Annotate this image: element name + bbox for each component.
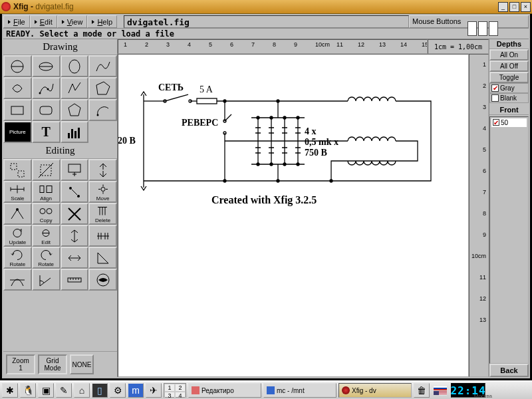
depths-toggle[interactable]: Toggle xyxy=(489,72,529,83)
tool-polygon[interactable] xyxy=(88,77,117,99)
tool-arc[interactable] xyxy=(88,99,117,121)
editing-heading: Editing xyxy=(3,143,117,159)
layer-item[interactable]: ✔50 xyxy=(491,118,527,127)
start-button[interactable]: ✱ xyxy=(2,383,18,398)
tool-angle[interactable] xyxy=(32,269,61,291)
tool-oval[interactable] xyxy=(61,55,89,77)
depths-layer-list[interactable]: ✔50 xyxy=(489,116,529,364)
trash-icon[interactable]: 🗑 xyxy=(414,383,430,398)
taskbar-mc-icon[interactable]: m xyxy=(128,383,144,398)
taskbar-home-icon[interactable]: ⌂ xyxy=(74,383,90,398)
tool-spline[interactable] xyxy=(88,55,117,77)
zoom-display[interactable]: Zoom 1 xyxy=(6,354,35,374)
svg-marker-9 xyxy=(68,104,80,116)
tool-regular-poly[interactable] xyxy=(61,99,89,121)
app-icon xyxy=(342,386,350,394)
grid-mode[interactable]: Grid Mode xyxy=(38,354,67,374)
task-editor[interactable]: Редактиро xyxy=(188,383,261,398)
depths-back[interactable]: Back xyxy=(489,364,529,377)
taskbar-gear-icon[interactable]: ⚙ xyxy=(110,383,126,398)
depths-all-on[interactable]: All On xyxy=(489,49,529,61)
maximize-button[interactable]: □ xyxy=(509,2,519,12)
label-cap2: 0,5 mk x xyxy=(305,137,338,148)
drawing-canvas[interactable]: СЕТЬ 5 A РЕВЕРС 220 В 4 x 0,5 mk x 750 B… xyxy=(118,54,469,377)
label-fuse: 5 A xyxy=(200,84,213,95)
tool-interp-spline[interactable] xyxy=(32,77,61,99)
tool-text[interactable]: T xyxy=(32,121,61,143)
taskbar-console-icon[interactable]: ▯ xyxy=(92,383,108,398)
desktop-switcher[interactable]: 1 2 3 4 xyxy=(164,383,186,398)
app-icon xyxy=(192,386,200,394)
tool-measure[interactable] xyxy=(61,269,89,291)
desktop-3[interactable]: 3 xyxy=(164,392,175,399)
tool-align[interactable]: Align xyxy=(32,181,61,203)
svg-point-26 xyxy=(40,209,45,214)
task-xfig[interactable]: Xfig - dv xyxy=(338,383,412,398)
tool-add-point[interactable] xyxy=(3,203,32,225)
task-mc[interactable]: mc - /mnt xyxy=(263,383,336,398)
desktop-2[interactable]: 2 xyxy=(175,384,186,392)
menu-file[interactable]: FFileile xyxy=(3,15,30,28)
tool-delete[interactable]: Delete xyxy=(88,203,117,225)
zoom-label: Zoom xyxy=(12,357,29,364)
menu-help[interactable]: HelpHelp xyxy=(87,15,117,28)
svg-point-43 xyxy=(270,116,273,119)
mouse-label: Mouse Buttons xyxy=(412,17,461,25)
grid-none[interactable]: NONE xyxy=(70,354,94,374)
scale-display[interactable]: 1cm = 1,00cm xyxy=(428,39,489,54)
flag-ru-icon xyxy=(434,386,447,390)
tool-edit[interactable]: Edit xyxy=(32,225,61,247)
tool-glue[interactable] xyxy=(3,159,32,181)
tool-closed-spline[interactable] xyxy=(3,77,32,99)
title-prefix: Xfig - xyxy=(13,2,35,11)
tool-rotate-ccw[interactable]: Rotate xyxy=(32,247,61,269)
keyboard-layout[interactable] xyxy=(434,386,447,395)
tool-tangent[interactable] xyxy=(3,269,32,291)
desktop-1[interactable]: 1 xyxy=(164,384,175,392)
depths-gray-check[interactable]: ✔Gray xyxy=(489,83,529,93)
chevron-right-icon xyxy=(92,20,94,24)
svg-rect-20 xyxy=(40,186,44,193)
tool-rotate-cw[interactable]: Rotate xyxy=(3,247,32,269)
depths-blank-check[interactable]: Blank xyxy=(489,93,529,103)
tool-circle[interactable] xyxy=(3,55,32,77)
close-button[interactable]: × xyxy=(521,2,531,12)
taskbar: ✱ 🐧 ▣ ✎ ⌂ ▯ ⚙ m ✈ 1 2 3 4 Редактиро mc -… xyxy=(0,380,532,399)
tool-fill[interactable] xyxy=(88,269,117,291)
tool-library[interactable] xyxy=(61,121,89,143)
location-label: Москва xyxy=(474,393,492,399)
menu-view[interactable]: ViewView xyxy=(57,15,88,28)
tool-copy[interactable]: Copy xyxy=(32,203,61,225)
tool-point-move[interactable] xyxy=(61,181,89,203)
tool-convert[interactable] xyxy=(61,247,89,269)
tool-update[interactable]: Update xyxy=(3,225,32,247)
tool-arc-box[interactable] xyxy=(32,99,61,121)
taskbar-terminal-icon[interactable]: ▣ xyxy=(38,383,54,398)
tool-add-arrow[interactable] xyxy=(88,247,117,269)
tool-join[interactable] xyxy=(61,159,89,181)
taskbar-tux-icon[interactable]: 🐧 xyxy=(20,383,36,398)
tool-scale[interactable]: Scale xyxy=(3,181,32,203)
tool-split[interactable] xyxy=(88,159,117,181)
title-file: dvigatel.fig xyxy=(35,2,73,11)
tool-ellipse[interactable] xyxy=(32,55,61,77)
tool-flip-v[interactable] xyxy=(61,225,89,247)
filename-display: dvigatel.fig xyxy=(124,15,409,28)
depths-front: Front xyxy=(489,105,529,115)
taskbar-seagull-icon[interactable]: ✈ xyxy=(146,383,162,398)
svg-point-37 xyxy=(223,100,226,102)
tool-break[interactable] xyxy=(32,159,61,181)
svg-point-5 xyxy=(39,92,41,94)
tool-box[interactable] xyxy=(3,99,32,121)
depths-all-off[interactable]: All Off xyxy=(489,61,529,72)
desktop-4[interactable]: 4 xyxy=(175,392,186,399)
minimize-button[interactable]: _ xyxy=(498,2,508,12)
tool-move[interactable]: Move xyxy=(88,181,117,203)
tool-delete-point[interactable] xyxy=(61,203,89,225)
tool-flip-h[interactable] xyxy=(88,225,117,247)
tool-picture[interactable]: Picture xyxy=(3,121,32,143)
tool-polyline[interactable] xyxy=(61,77,89,99)
svg-rect-21 xyxy=(47,186,52,193)
taskbar-editor-icon[interactable]: ✎ xyxy=(56,383,72,398)
menu-edit[interactable]: EditEdit xyxy=(30,15,57,28)
